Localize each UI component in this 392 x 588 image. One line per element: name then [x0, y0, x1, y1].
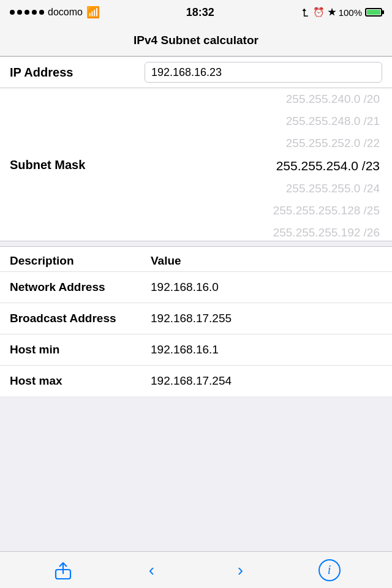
alarm-icon: ⏰	[313, 7, 325, 18]
results-rows: Network Address192.168.16.0Broadcast Add…	[0, 272, 392, 396]
result-description: Broadcast Address	[10, 312, 151, 325]
result-description: Host max	[10, 374, 151, 388]
subnet-picker-item[interactable]: 255.255.255.0 /24	[0, 178, 380, 200]
nav-bar: IPv4 Subnet calculator	[0, 24, 392, 56]
back-chevron-icon: ‹	[149, 560, 154, 580]
subnet-picker-item[interactable]: 255.255.252.0 /22	[0, 132, 380, 154]
bluetooth-icon: ★	[328, 7, 336, 18]
subnet-picker-item[interactable]: 255.255.255.128 /25	[0, 200, 380, 222]
subnet-picker-item[interactable]: 255.255.254.0 /23	[0, 154, 380, 178]
result-description: Host min	[10, 343, 151, 356]
subnet-picker-item[interactable]: 255.255.240.0 /20	[0, 88, 380, 110]
info-circle-icon: i	[318, 559, 341, 581]
results-header: Description Value	[0, 247, 392, 272]
results-header-value: Value	[151, 254, 181, 268]
toolbar: ‹ › i	[0, 551, 392, 588]
wifi-icon: 📶	[86, 6, 100, 19]
result-value: 192.168.16.1	[151, 343, 219, 356]
result-row: Broadcast Address192.168.17.255	[0, 303, 392, 334]
ip-address-input[interactable]	[145, 62, 382, 83]
status-time: 18:32	[186, 6, 214, 19]
back-button[interactable]: ‹	[137, 555, 167, 586]
battery-icon	[365, 8, 382, 17]
result-value: 192.168.17.254	[151, 374, 232, 388]
result-value: 192.168.16.0	[151, 281, 219, 294]
result-row: Host max192.168.17.254	[0, 366, 392, 396]
carrier-name: docomo	[48, 7, 83, 18]
status-left: docomo 📶	[10, 6, 100, 19]
result-value: 192.168.17.255	[151, 312, 232, 325]
battery-percent: 100%	[339, 7, 362, 18]
ip-address-label: IP Address	[10, 66, 145, 80]
info-button[interactable]: i	[314, 555, 345, 586]
signal-dots	[10, 10, 44, 15]
status-right: ⮤ ⏰ ★ 100%	[301, 7, 382, 18]
subnet-picker-item[interactable]: 255.255.255.192 /26	[0, 222, 380, 241]
subnet-picker-item[interactable]: 255.255.248.0 /21	[0, 110, 380, 132]
result-row: Host min192.168.16.1	[0, 334, 392, 366]
results-header-description: Description	[10, 254, 151, 268]
result-row: Network Address192.168.16.0	[0, 272, 392, 303]
ip-address-row: IP Address	[0, 56, 392, 88]
subnet-mask-section[interactable]: Subnet Mask 255.255.240.0 /20255.255.248…	[0, 88, 392, 241]
forward-button[interactable]: ›	[225, 555, 256, 586]
location-icon: ⮤	[301, 7, 310, 18]
share-button[interactable]	[48, 555, 78, 586]
results-section: Description Value Network Address192.168…	[0, 246, 392, 396]
status-bar: docomo 📶 18:32 ⮤ ⏰ ★ 100%	[0, 0, 392, 24]
subnet-picker[interactable]: 255.255.240.0 /20255.255.248.0 /21255.25…	[0, 88, 392, 241]
forward-chevron-icon: ›	[238, 560, 243, 580]
nav-title: IPv4 Subnet calculator	[134, 34, 258, 47]
result-description: Network Address	[10, 281, 151, 294]
